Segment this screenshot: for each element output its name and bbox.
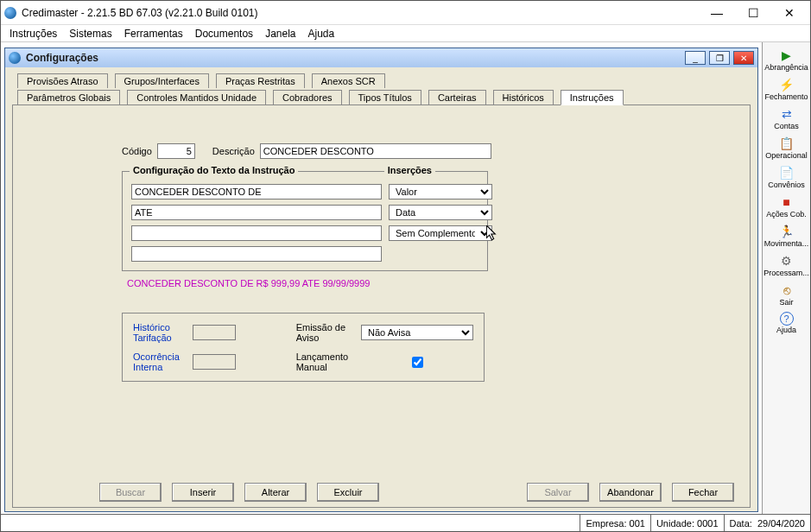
side-contas[interactable]: ⇄Contas <box>766 104 808 132</box>
tab-carteiras[interactable]: Carteiras <box>428 90 486 105</box>
descricao-input[interactable] <box>260 143 491 159</box>
window-controls: — ☐ ✕ <box>705 4 807 22</box>
descricao-label: Descrição <box>212 146 255 156</box>
excluir-button[interactable]: Excluir <box>317 483 379 502</box>
inserir-button[interactable]: Inserir <box>172 483 234 502</box>
close-button[interactable]: ✕ <box>777 4 801 22</box>
line1-text-input[interactable] <box>131 184 382 200</box>
alterar-button[interactable]: Alterar <box>244 483 307 502</box>
tab-tipos-titulos[interactable]: Tipos Títulos <box>349 90 421 105</box>
config-close-button[interactable]: ✕ <box>733 51 754 65</box>
group-extras: Histórico Tarifação Emissão de Aviso Não… <box>122 313 485 382</box>
side-toolbar: ▶Abrangência ⚡Fechamento ⇄Contas 📋Operac… <box>762 42 810 514</box>
button-row: Buscar Inserir Alterar Excluir Salvar Ab… <box>13 483 750 502</box>
tab-anexos-scr[interactable]: Anexos SCR <box>312 73 385 88</box>
menu-ajuda[interactable]: Ajuda <box>308 28 335 40</box>
statusbar: Empresa: 001 Unidade: 0001 Data: 29/04/2… <box>1 514 810 531</box>
texto-insercoes-grid: Valor Data Sem Complemento <box>131 184 478 262</box>
emissao-aviso-label: Emissão de Aviso <box>296 322 352 343</box>
bolt-icon: ⚡ <box>779 77 795 92</box>
preview-text: CONCEDER DESCONTO DE R$ 999,99 ATE 99/99… <box>127 278 736 288</box>
config-maximize-button[interactable]: ❐ <box>709 51 730 65</box>
side-convenios[interactable]: 📄Convênios <box>766 163 808 191</box>
side-operacional[interactable]: 📋Operacional <box>766 134 808 162</box>
stop-icon: ■ <box>779 194 795 210</box>
tab-instrucoes[interactable]: Instruções <box>561 90 624 105</box>
config-minimize-button[interactable]: _ <box>685 51 706 65</box>
play-icon: ▶ <box>779 48 795 63</box>
ocorr-interna-link[interactable]: Ocorrência Interna <box>133 352 184 372</box>
menu-documentos[interactable]: Documentos <box>195 28 253 40</box>
menubar: Instruções Sistemas Ferramentas Document… <box>1 25 810 42</box>
tab-parametros-globais[interactable]: Parâmetros Globais <box>17 90 120 105</box>
tab-cobradores[interactable]: Cobradores <box>273 90 341 105</box>
ocorr-interna-input[interactable] <box>193 354 236 370</box>
gear-icon: ⚙ <box>779 253 795 269</box>
side-fechamento[interactable]: ⚡Fechamento <box>766 75 808 103</box>
line3-insert-select[interactable]: Sem Complemento <box>389 225 492 241</box>
tab-historicos[interactable]: Históricos <box>493 90 554 105</box>
app-icon <box>4 7 16 19</box>
line2-text-input[interactable] <box>131 205 382 220</box>
side-movimenta[interactable]: 🏃Movimenta... <box>766 222 808 250</box>
line3-text-input[interactable] <box>131 225 382 241</box>
side-sair[interactable]: ⎋Sair <box>766 281 808 308</box>
tab-grupos-interfaces[interactable]: Grupos/Interfaces <box>115 73 209 88</box>
emissao-aviso-select[interactable]: Não Avisa <box>361 325 473 340</box>
codigo-label: Código <box>122 146 152 156</box>
side-acoes-cob[interactable]: ■Ações Cob. <box>766 193 808 220</box>
lanc-manual-label: Lançamento Manual <box>296 352 352 372</box>
app-window: Credimaster - 2.21.5 BD 67.03 (v2.21.0 B… <box>0 0 811 532</box>
line2-insert-select[interactable]: Data <box>389 205 492 220</box>
status-data: Data: 29/04/2020 <box>725 515 810 531</box>
tab-pracas-restritas[interactable]: Praças Restritas <box>216 73 305 88</box>
tabs-row-2: Parâmetros Globais Controles Mantidos Un… <box>17 89 751 104</box>
mdi-area: Configurações _ ❐ ✕ Provisões Atraso Gru… <box>1 42 762 514</box>
document-icon: 📄 <box>779 165 795 180</box>
side-abrangencia[interactable]: ▶Abrangência <box>766 46 808 73</box>
tabs-row-1: Provisões Atraso Grupos/Interfaces Praça… <box>17 73 751 87</box>
side-processam[interactable]: ⚙Processam... <box>766 251 808 279</box>
row-codigo-descricao: Código Descrição <box>122 143 736 159</box>
menu-sistemas[interactable]: Sistemas <box>69 28 111 40</box>
line1-insert-select[interactable]: Valor <box>389 184 492 200</box>
maximize-button[interactable]: ☐ <box>741 4 765 22</box>
hist-tarif-link[interactable]: Histórico Tarifação <box>133 322 184 343</box>
lanc-manual-checkbox[interactable] <box>364 357 471 368</box>
help-icon: ? <box>780 312 794 326</box>
tab-provisoes-atraso[interactable]: Provisões Atraso <box>17 73 108 88</box>
status-empresa: Empresa: 001 <box>580 515 651 531</box>
menu-instrucoes[interactable]: Instruções <box>10 28 57 40</box>
run-icon: 🏃 <box>779 224 795 239</box>
line4-text-input[interactable] <box>131 246 382 262</box>
salvar-button[interactable]: Salvar <box>527 483 589 502</box>
group-config-texto: Configuração do Texto da Instrução Inser… <box>122 171 488 271</box>
clipboard-icon: 📋 <box>779 136 795 151</box>
side-ajuda[interactable]: ?Ajuda <box>766 310 808 336</box>
config-icon <box>9 52 21 64</box>
config-titlebar: Configurações _ ❐ ✕ <box>5 48 757 67</box>
menu-janela[interactable]: Janela <box>265 28 295 40</box>
status-empty <box>1 515 580 531</box>
buscar-button[interactable]: Buscar <box>99 483 162 502</box>
insercoes-legend: Inserções <box>384 165 435 175</box>
config-window: Configurações _ ❐ ✕ Provisões Atraso Gru… <box>4 48 758 512</box>
titlebar: Credimaster - 2.21.5 BD 67.03 (v2.21.0 B… <box>1 1 810 25</box>
exit-icon: ⎋ <box>779 282 795 298</box>
work-area-split: Configurações _ ❐ ✕ Provisões Atraso Gru… <box>1 42 810 514</box>
config-body: Provisões Atraso Grupos/Interfaces Praça… <box>5 67 757 511</box>
tab-controles-mantidos[interactable]: Controles Mantidos Unidade <box>127 90 266 105</box>
group-legend: Configuração do Texto da Instrução <box>130 165 298 175</box>
app-title: Credimaster - 2.21.5 BD 67.03 (v2.21.0 B… <box>22 7 705 19</box>
tabpanel-instrucoes: Código Descrição Configuração do Texto d… <box>12 104 751 508</box>
config-title: Configurações <box>26 52 685 64</box>
hist-tarif-input[interactable] <box>193 325 236 340</box>
config-window-controls: _ ❐ ✕ <box>685 51 754 65</box>
minimize-button[interactable]: — <box>705 4 729 22</box>
fechar-button[interactable]: Fechar <box>672 483 734 502</box>
transfer-icon: ⇄ <box>779 106 795 122</box>
status-unidade: Unidade: 0001 <box>651 515 725 531</box>
menu-ferramentas[interactable]: Ferramentas <box>124 28 183 40</box>
codigo-input[interactable] <box>157 143 195 159</box>
abandonar-button[interactable]: Abandonar <box>599 483 662 502</box>
